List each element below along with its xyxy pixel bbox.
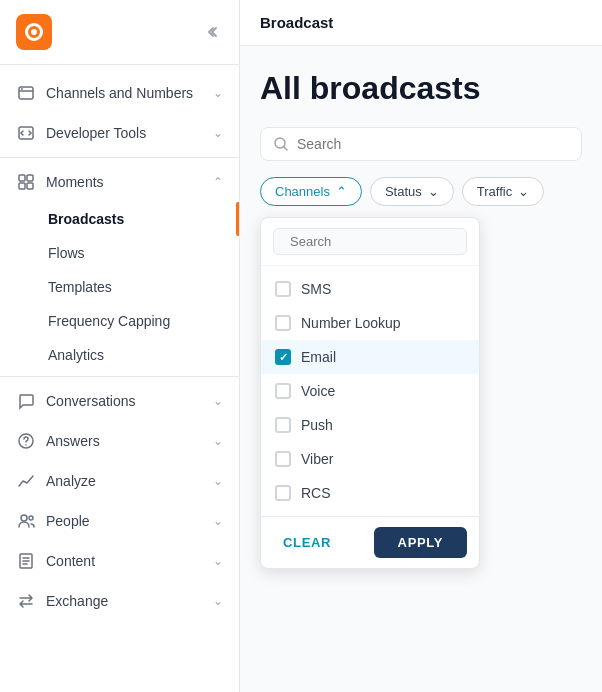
moments-icon <box>16 172 36 192</box>
email-checkbox[interactable] <box>275 349 291 365</box>
number-lookup-checkbox[interactable] <box>275 315 291 331</box>
exchange-chevron-icon: ⌄ <box>213 594 223 608</box>
sidebar-item-channels-numbers[interactable]: Channels and Numbers ⌄ <box>0 73 239 113</box>
email-label: Email <box>301 349 336 365</box>
svg-rect-3 <box>19 175 25 181</box>
channels-numbers-label: Channels and Numbers <box>46 84 203 102</box>
rcs-label: RCS <box>301 485 331 501</box>
svg-rect-4 <box>27 175 33 181</box>
traffic-filter-chevron-icon: ⌄ <box>518 184 529 199</box>
sidebar-item-conversations[interactable]: Conversations ⌄ <box>0 381 239 421</box>
analyze-icon <box>16 471 36 491</box>
topbar-title: Broadcast <box>260 14 333 31</box>
logo-inner <box>25 23 43 41</box>
content-chevron-icon: ⌄ <box>213 554 223 568</box>
dropdown-item-email[interactable]: Email <box>261 340 479 374</box>
sidebar-item-templates[interactable]: Templates <box>0 270 239 304</box>
dropdown-item-viber[interactable]: Viber <box>261 442 479 476</box>
viber-checkbox[interactable] <box>275 451 291 467</box>
sidebar-nav: Channels and Numbers ⌄ Developer Tools ⌄ <box>0 65 239 692</box>
traffic-filter-label: Traffic <box>477 184 512 199</box>
sidebar-item-flows[interactable]: Flows <box>0 236 239 270</box>
templates-label: Templates <box>48 279 112 295</box>
channels-dropdown: SMS Number Lookup Email <box>260 217 480 569</box>
developer-tools-label: Developer Tools <box>46 124 203 142</box>
developer-tools-icon <box>16 123 36 143</box>
sidebar-item-frequency-capping[interactable]: Frequency Capping <box>0 304 239 338</box>
rcs-checkbox[interactable] <box>275 485 291 501</box>
channels-icon <box>16 83 36 103</box>
dropdown-item-push[interactable]: Push <box>261 408 479 442</box>
nav-divider-1 <box>0 157 239 158</box>
frequency-capping-label: Frequency Capping <box>48 313 170 329</box>
svg-rect-6 <box>27 183 33 189</box>
svg-point-10 <box>29 516 33 520</box>
answers-chevron-icon: ⌄ <box>213 434 223 448</box>
broadcasts-label: Broadcasts <box>48 211 124 227</box>
developer-tools-chevron-icon: ⌄ <box>213 126 223 140</box>
analytics-label: Analytics <box>48 347 104 363</box>
number-lookup-label: Number Lookup <box>301 315 401 331</box>
main-search-input[interactable] <box>297 136 569 152</box>
dropdown-search-input[interactable] <box>290 234 458 249</box>
traffic-filter-button[interactable]: Traffic ⌄ <box>462 177 544 206</box>
topbar: Broadcast <box>240 0 602 46</box>
analyze-label: Analyze <box>46 472 203 490</box>
svg-line-16 <box>284 147 287 150</box>
moments-label: Moments <box>46 174 203 190</box>
exchange-icon <box>16 591 36 611</box>
conversations-chevron-icon: ⌄ <box>213 394 223 408</box>
sidebar-item-analyze[interactable]: Analyze ⌄ <box>0 461 239 501</box>
people-chevron-icon: ⌄ <box>213 514 223 528</box>
svg-rect-5 <box>19 183 25 189</box>
analyze-chevron-icon: ⌄ <box>213 474 223 488</box>
push-checkbox[interactable] <box>275 417 291 433</box>
main-search-bar[interactable] <box>260 127 582 161</box>
logo-icon[interactable] <box>16 14 52 50</box>
sidebar-item-people[interactable]: People ⌄ <box>0 501 239 541</box>
sidebar-item-answers[interactable]: Answers ⌄ <box>0 421 239 461</box>
sidebar-item-analytics[interactable]: Analytics <box>0 338 239 372</box>
dropdown-item-number-lookup[interactable]: Number Lookup <box>261 306 479 340</box>
apply-button[interactable]: APPLY <box>374 527 467 558</box>
channels-chevron-icon: ⌄ <box>213 86 223 100</box>
voice-label: Voice <box>301 383 335 399</box>
sidebar-item-content[interactable]: Content ⌄ <box>0 541 239 581</box>
sms-label: SMS <box>301 281 331 297</box>
status-filter-label: Status <box>385 184 422 199</box>
flows-label: Flows <box>48 245 85 261</box>
status-filter-chevron-icon: ⌄ <box>428 184 439 199</box>
sidebar-item-broadcasts[interactable]: Broadcasts <box>0 202 239 236</box>
search-icon <box>273 136 289 152</box>
answers-label: Answers <box>46 432 203 450</box>
answers-icon <box>16 431 36 451</box>
svg-point-9 <box>21 515 27 521</box>
channels-filter-label: Channels <box>275 184 330 199</box>
sidebar-collapse-button[interactable] <box>199 20 223 44</box>
sidebar-item-exchange[interactable]: Exchange ⌄ <box>0 581 239 621</box>
page-title: All broadcasts <box>260 70 582 107</box>
nav-divider-2 <box>0 376 239 377</box>
dropdown-item-sms[interactable]: SMS <box>261 272 479 306</box>
clear-button[interactable]: CLEAR <box>273 529 341 556</box>
channels-filter-chevron-icon: ⌃ <box>336 184 347 199</box>
sidebar-header <box>0 0 239 65</box>
dropdown-item-voice[interactable]: Voice <box>261 374 479 408</box>
main-content: Broadcast All broadcasts Channels ⌃ Stat… <box>240 0 602 692</box>
viber-label: Viber <box>301 451 333 467</box>
people-icon <box>16 511 36 531</box>
sidebar-item-developer-tools[interactable]: Developer Tools ⌄ <box>0 113 239 153</box>
sms-checkbox[interactable] <box>275 281 291 297</box>
dropdown-search-area <box>261 218 479 266</box>
dropdown-item-rcs[interactable]: RCS <box>261 476 479 510</box>
sidebar: Channels and Numbers ⌄ Developer Tools ⌄ <box>0 0 240 692</box>
dropdown-search-inner <box>273 228 467 255</box>
content-icon <box>16 551 36 571</box>
people-label: People <box>46 512 203 530</box>
status-filter-button[interactable]: Status ⌄ <box>370 177 454 206</box>
voice-checkbox[interactable] <box>275 383 291 399</box>
main-body: All broadcasts Channels ⌃ Status ⌄ Traff… <box>240 46 602 692</box>
sidebar-item-moments[interactable]: Moments ⌃ <box>0 162 239 202</box>
channels-filter-button[interactable]: Channels ⌃ <box>260 177 362 206</box>
conversations-label: Conversations <box>46 392 203 410</box>
